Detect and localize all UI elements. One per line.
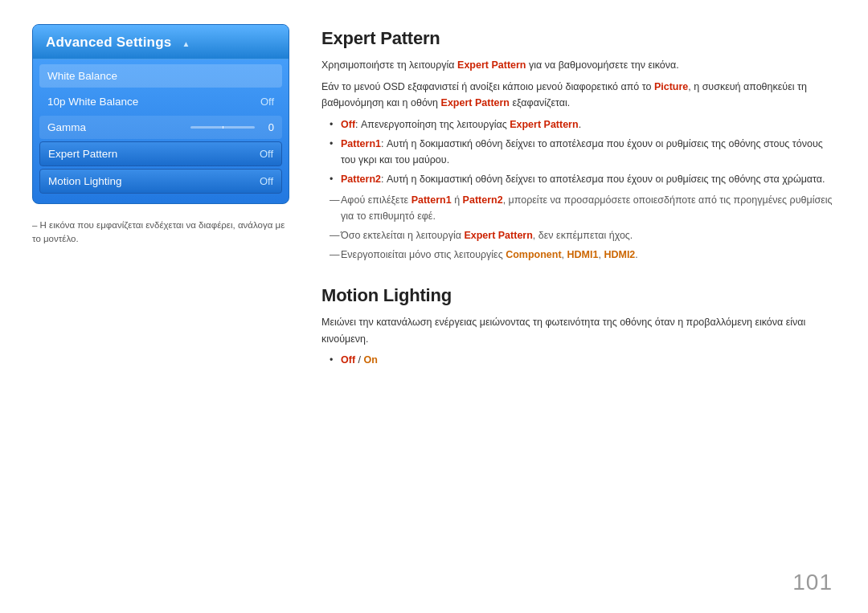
bullet-off-ep: Expert Pattern — [510, 119, 578, 130]
dash-pattern1: Pattern1 — [411, 194, 452, 206]
10p-white-balance-label: 10p White Balance — [47, 96, 138, 108]
bullet-pattern1: Pattern1: Αυτή η δοκιμαστική οθόνη δείχν… — [330, 136, 836, 168]
dash-ep-ref: Expert Pattern — [464, 230, 532, 241]
page-number: 101 — [792, 570, 833, 595]
expert-pattern-label: Expert Pattern — [48, 148, 117, 160]
motion-lighting-label: Motion Lighting — [48, 175, 122, 187]
gamma-value: 0 — [261, 121, 274, 133]
ml-on-label: On — [363, 354, 377, 366]
10p-white-balance-value: Off — [260, 96, 274, 108]
menu-title-arrow: ▲ — [182, 39, 190, 48]
motion-lighting-body: Μειώνει την κατανάλωση ενέργειας μειώνον… — [321, 314, 836, 368]
dash-activated-on: Ενεργοποιείται μόνο στις λειτουργίες Com… — [330, 247, 836, 263]
bullet-pattern1-label: Pattern1 — [341, 138, 381, 149]
ml-off-label: Off — [341, 354, 355, 366]
menu-items-list: White Balance 10p White Balance Off Gamm… — [33, 59, 289, 198]
menu-item-white-balance[interactable]: White Balance — [39, 64, 282, 88]
gamma-label: Gamma — [47, 121, 86, 133]
right-panel: Expert Pattern Χρησιμοποιήστε τη λειτουρ… — [321, 24, 836, 589]
expert-pattern-para1: Χρησιμοποιήστε τη λειτουργία Expert Patt… — [321, 57, 836, 74]
menu-item-motion-lighting[interactable]: Motion Lighting Off — [39, 169, 282, 194]
bullet-off-on: Off / On — [330, 352, 836, 368]
dash-no-sound: Όσο εκτελείται η λειτουργία Expert Patte… — [330, 227, 836, 243]
expert-pattern-title: Expert Pattern — [321, 28, 836, 49]
white-balance-label: White Balance — [47, 70, 117, 82]
ep-ref-picture: Picture — [654, 81, 688, 92]
menu-item-10p-white-balance[interactable]: 10p White Balance Off — [39, 90, 282, 113]
motion-lighting-title: Motion Lighting — [321, 285, 836, 306]
gamma-track-fill — [223, 126, 223, 129]
dash-pattern2: Pattern2 — [463, 194, 503, 206]
motion-lighting-section: Motion Lighting Μειώνει την κατανάλωση ε… — [321, 285, 836, 373]
expert-pattern-value: Off — [260, 148, 273, 160]
menu-title: Advanced Settings ▲ — [33, 25, 289, 59]
menu-item-expert-pattern[interactable]: Expert Pattern Off — [39, 141, 282, 166]
bullet-pattern2: Pattern2: Αυτή η δοκιμαστική οθόνη δείχν… — [330, 171, 836, 187]
expert-pattern-section: Expert Pattern Χρησιμοποιήστε τη λειτουρ… — [321, 28, 836, 268]
ep-ref-1: Expert Pattern — [457, 59, 526, 71]
motion-lighting-value: Off — [260, 175, 273, 187]
bullet-off-label: Off — [341, 119, 355, 130]
expert-pattern-para2: Εάν το μενού OSD εξαφανιστεί ή ανοίξει κ… — [321, 79, 836, 112]
dash-hdmi1: HDMI1 — [567, 249, 599, 260]
gamma-track — [190, 126, 255, 129]
motion-lighting-para1: Μειώνει την κατανάλωση ενέργειας μειώνον… — [321, 314, 836, 347]
left-panel: Advanced Settings ▲ White Balance 10p Wh… — [32, 24, 289, 589]
expert-pattern-dashes: Αφού επιλέξετε Pattern1 ή Pattern2, μπορ… — [330, 192, 836, 263]
menu-item-gamma[interactable]: Gamma 0 — [39, 116, 282, 139]
expert-pattern-bullets: Off: Απενεργοποίηση της λειτουργίας Expe… — [330, 116, 836, 187]
advanced-settings-menu: Advanced Settings ▲ White Balance 10p Wh… — [32, 24, 289, 204]
ep-ref-2: Expert Pattern — [441, 97, 510, 108]
gamma-slider-area: 0 — [190, 121, 274, 133]
dash-component: Component — [506, 249, 561, 260]
motion-lighting-bullets: Off / On — [330, 352, 836, 368]
left-note: – Η εικόνα που εμφανίζεται ενδέχεται να … — [32, 219, 289, 247]
dash-pattern-select: Αφού επιλέξετε Pattern1 ή Pattern2, μπορ… — [330, 192, 836, 224]
expert-pattern-body: Χρησιμοποιήστε τη λειτουργία Expert Patt… — [321, 57, 836, 263]
menu-title-text: Advanced Settings — [46, 35, 171, 50]
dash-hdmi2: HDMI2 — [604, 249, 635, 260]
bullet-pattern2-label: Pattern2 — [341, 174, 381, 185]
bullet-off: Off: Απενεργοποίηση της λειτουργίας Expe… — [330, 116, 836, 133]
